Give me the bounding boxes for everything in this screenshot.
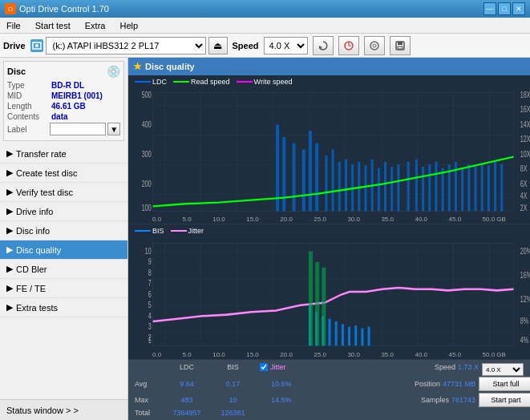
- menu-start-test[interactable]: Start test: [32, 19, 74, 32]
- disc-mid-key: MID: [7, 91, 51, 100]
- ldc-col-header: LDC: [163, 363, 211, 371]
- app-title: Opti Drive Control 1.70: [19, 4, 109, 14]
- refresh-button[interactable]: [313, 36, 334, 55]
- sidebar-label-cd-bler: CD Bler: [16, 265, 47, 274]
- sidebar-item-disc-quality[interactable]: ▶ Disc quality: [0, 240, 127, 260]
- sidebar-item-disc-info[interactable]: ▶ Disc info: [0, 221, 127, 240]
- jitter-color-swatch: [171, 230, 187, 232]
- avg-bis: 0.17: [211, 380, 255, 388]
- svg-rect-63: [328, 319, 330, 346]
- svg-text:8X: 8X: [520, 164, 528, 174]
- main-content: Disc 💿 Type BD-R DL MID MEIRB1 (001) Len…: [0, 58, 530, 420]
- status-window-label: Status window > >: [6, 406, 79, 415]
- disc-label-btn[interactable]: ▼: [107, 123, 120, 135]
- svg-rect-16: [315, 143, 318, 212]
- bis-col-header: BIS: [211, 363, 255, 371]
- start-full-button[interactable]: Start full: [479, 377, 530, 391]
- svg-rect-13: [292, 143, 295, 212]
- svg-text:18X: 18X: [520, 90, 530, 99]
- svg-text:500: 500: [142, 90, 152, 99]
- speed-label-stats: Speed: [435, 363, 455, 371]
- start-part-button[interactable]: Start part: [479, 393, 530, 407]
- sidebar-label-verify-test-disc: Verify test disc: [16, 188, 73, 197]
- disc-length-val: 46.61 GB: [51, 102, 86, 111]
- close-button[interactable]: ✕: [512, 2, 525, 15]
- svg-rect-37: [461, 169, 463, 211]
- maximize-button[interactable]: □: [498, 2, 511, 15]
- max-jitter: 14.5%: [255, 396, 421, 404]
- sidebar-menu: ▶ Transfer rate ▶ Create test disc ▶ Ver…: [0, 144, 127, 399]
- svg-rect-64: [335, 321, 338, 345]
- svg-rect-8: [398, 46, 403, 49]
- disc-contents-key: Contents: [7, 112, 51, 121]
- sidebar-item-drive-info[interactable]: ▶ Drive info: [0, 202, 127, 221]
- svg-text:16%: 16%: [520, 269, 530, 280]
- svg-rect-32: [428, 164, 431, 212]
- drive-select[interactable]: (k:) ATAPI iHBS312 2 PL17: [46, 37, 206, 55]
- svg-text:200: 200: [142, 179, 152, 188]
- jitter-label: Jitter: [270, 363, 286, 371]
- disc-info-icon: ▶: [6, 225, 13, 236]
- svg-text:7: 7: [148, 277, 152, 288]
- svg-text:1: 1: [148, 334, 152, 345]
- avg-jitter: 10.6%: [255, 380, 415, 388]
- sidebar-item-extra-tests[interactable]: ▶ Extra tests: [0, 298, 127, 317]
- jitter-checkbox[interactable]: [260, 363, 268, 371]
- disc-eject-icon[interactable]: 💿: [107, 65, 120, 78]
- title-bar: O Opti Drive Control 1.70 — □ ✕: [0, 0, 530, 18]
- media-icon[interactable]: [364, 36, 385, 55]
- status-window-button[interactable]: Status window > >: [0, 399, 127, 420]
- menu-extra[interactable]: Extra: [82, 19, 109, 32]
- svg-rect-30: [415, 160, 418, 212]
- svg-rect-20: [345, 160, 347, 212]
- sidebar-item-cd-bler[interactable]: ▶ CD Bler: [0, 260, 127, 279]
- sidebar-item-verify-test-disc[interactable]: ▶ Verify test disc: [0, 183, 127, 202]
- chart1-container: LDC Read speed Write speed: [128, 75, 530, 224]
- svg-text:4X: 4X: [520, 192, 528, 201]
- sidebar-item-transfer-rate[interactable]: ▶ Transfer rate: [0, 144, 127, 164]
- svg-text:8: 8: [148, 267, 152, 277]
- max-label: Max: [135, 396, 163, 404]
- legend-bis: BIS: [135, 227, 164, 235]
- position-label: Position: [415, 380, 440, 388]
- drive-icon: [30, 39, 43, 52]
- disc-quality-star-icon: ★: [133, 61, 142, 72]
- speed-select-stats[interactable]: 4.0 X: [482, 363, 524, 376]
- svg-text:4: 4: [148, 310, 152, 321]
- svg-rect-67: [354, 325, 357, 345]
- minimize-button[interactable]: —: [483, 2, 496, 15]
- charts-area: LDC Read speed Write speed: [128, 75, 530, 420]
- disc-quality-title: Disc quality: [145, 62, 195, 71]
- svg-text:10: 10: [145, 245, 152, 256]
- drive-label: Drive: [3, 41, 26, 50]
- svg-rect-41: [488, 165, 490, 211]
- burn-icon[interactable]: [338, 36, 359, 55]
- chart2-legend: BIS Jitter: [135, 227, 204, 235]
- svg-text:12%: 12%: [520, 294, 530, 305]
- stats-section: LDC BIS Jitter Speed 1.73 X 4.0 X: [128, 360, 530, 420]
- speed-val-stats: 1.73 X: [458, 363, 479, 371]
- svg-rect-72: [322, 268, 326, 345]
- svg-text:2X: 2X: [520, 204, 528, 213]
- disc-label-input[interactable]: [50, 123, 106, 135]
- svg-rect-38: [467, 164, 470, 212]
- eject-button[interactable]: ⏏: [208, 37, 228, 55]
- menu-file[interactable]: File: [3, 19, 24, 32]
- svg-rect-68: [361, 328, 363, 345]
- sidebar-item-create-test-disc[interactable]: ▶ Create test disc: [0, 164, 127, 183]
- svg-rect-27: [390, 167, 393, 211]
- disc-length-key: Length: [7, 102, 51, 111]
- svg-rect-42: [494, 162, 496, 212]
- svg-rect-70: [309, 252, 313, 346]
- transfer-rate-icon: ▶: [6, 148, 13, 159]
- save-icon[interactable]: [390, 36, 411, 55]
- svg-text:9: 9: [148, 256, 152, 266]
- svg-text:3: 3: [148, 321, 152, 331]
- sidebar-item-fe-te[interactable]: ▶ FE / TE: [0, 279, 127, 298]
- menu-help[interactable]: Help: [116, 19, 141, 32]
- svg-rect-66: [348, 327, 350, 346]
- sidebar-label-fe-te: FE / TE: [16, 284, 46, 293]
- sidebar-label-transfer-rate: Transfer rate: [16, 149, 67, 159]
- speed-label: Speed: [233, 41, 259, 50]
- speed-select[interactable]: 4.0 X: [264, 37, 308, 55]
